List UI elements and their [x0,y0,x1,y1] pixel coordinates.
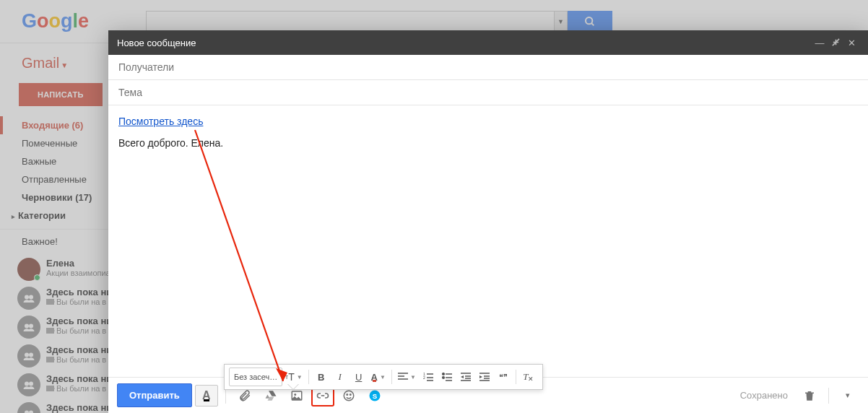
svg-point-38 [347,394,348,395]
svg-point-4 [25,324,29,329]
svg-text:S: S [373,391,378,399]
google-logo: Google [6,10,143,32]
svg-marker-34 [479,375,482,378]
compose-title: Новое сообщение [117,38,196,48]
svg-point-11 [29,411,33,414]
numbered-list-button[interactable]: 12 [419,368,438,386]
align-button[interactable]: ▼ [395,368,419,386]
compose-dialog: Новое сообщение — ✕ Посмотреть здесь Все… [108,30,868,413]
svg-point-39 [350,394,351,395]
bold-button[interactable]: B [312,368,331,386]
recipients-row[interactable] [108,55,868,80]
camera-icon [46,299,54,305]
svg-point-5 [29,324,33,329]
svg-point-8 [25,382,29,386]
format-toolbar: Без засеч…▼ тT▼ B I U A▼ ▼ 12 ❝❞ T✕ [224,364,543,390]
underline-button[interactable]: U [350,368,368,386]
avatar [17,316,40,339]
svg-point-21 [443,377,445,379]
search-icon [584,16,596,27]
svg-point-20 [443,373,445,375]
close-icon[interactable]: ✕ [843,38,859,48]
svg-point-9 [29,382,33,386]
compose-body[interactable]: Посмотреть здесь Всего доброго. Елена. [108,105,868,377]
search-dropdown[interactable]: ▼ [554,12,567,32]
quote-button[interactable]: ❝❞ [494,368,513,386]
send-button[interactable]: Отправить [117,383,192,407]
svg-point-37 [344,391,354,401]
subject-row[interactable] [108,80,868,105]
svg-line-1 [591,23,594,25]
svg-marker-29 [461,375,464,378]
body-hyperlink[interactable]: Посмотреть здесь [118,116,203,127]
camera-icon [46,386,54,391]
body-text: Всего доброго. Елена. [118,137,858,149]
discard-button[interactable] [798,385,821,407]
shrink-icon[interactable] [828,38,843,48]
svg-point-2 [25,295,29,300]
compose-titlebar[interactable]: Новое сообщение — ✕ [108,30,868,55]
camera-icon [46,328,54,334]
svg-point-7 [29,353,33,357]
avatar [17,258,40,281]
svg-point-6 [25,353,29,357]
format-toggle-button[interactable]: A [195,385,218,407]
font-family-select[interactable]: Без засеч…▼ [229,368,282,386]
avatar [17,344,40,368]
svg-text:2: 2 [423,375,425,380]
minimize-icon[interactable]: — [812,38,828,48]
search: ▼ [146,11,612,32]
outdent-button[interactable] [456,368,475,386]
svg-point-0 [586,17,592,24]
bullet-list-button[interactable] [438,368,456,386]
saved-label: Сохранено [740,390,788,401]
svg-point-3 [29,295,33,300]
font-size-button[interactable]: тT▼ [282,368,305,386]
search-input[interactable] [147,12,554,32]
camera-icon [46,357,54,362]
subject-input[interactable] [118,87,858,98]
clear-format-button[interactable]: T✕ [519,368,538,386]
avatar [17,373,40,396]
text-color-button[interactable]: A▼ [368,368,389,386]
search-button[interactable] [568,11,612,32]
svg-rect-42 [805,392,814,394]
indent-button[interactable] [475,368,494,386]
avatar [17,287,40,310]
italic-button[interactable]: I [331,368,350,386]
recipients-input[interactable] [118,61,858,73]
compose-button[interactable]: НАПИСАТЬ [19,83,103,106]
svg-point-10 [25,411,29,414]
more-options-button[interactable]: ▾ [836,385,859,407]
avatar [17,402,40,413]
search-box: ▼ [146,11,568,32]
